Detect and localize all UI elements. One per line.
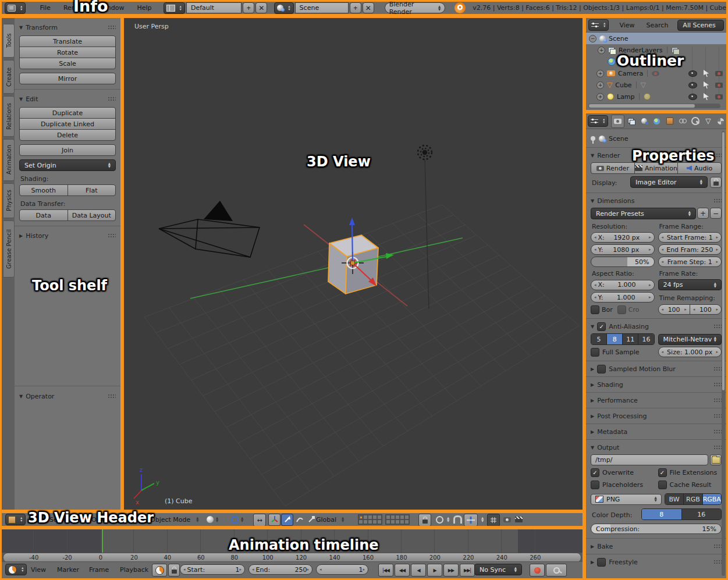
outliner-row-lamp[interactable]: + Lamp [586, 91, 726, 102]
checkbox[interactable] [617, 305, 626, 314]
render-audio-button[interactable]: Audio [677, 162, 722, 174]
depth-8[interactable]: 8 [642, 509, 682, 519]
color-depth-segment[interactable]: 8 16 [641, 508, 722, 520]
resolution-percentage-slider[interactable]: 50% [591, 257, 655, 267]
aspect-x-field[interactable]: ◂X: 1.000▸ [591, 280, 655, 290]
properties-vertical-scrollbar[interactable] [722, 131, 725, 576]
manipulator-translate-button[interactable] [281, 514, 293, 526]
tab-grease-pencil[interactable]: Grease Pencil [3, 220, 15, 277]
aa-samples-5[interactable]: 5 [591, 334, 607, 344]
panel-header-output[interactable]: ▼ Output [591, 442, 722, 453]
panel-drag-dots-icon[interactable] [713, 398, 722, 403]
layer-grid-1[interactable] [358, 514, 382, 525]
jump-to-start-button[interactable]: |◀◀ [378, 564, 393, 577]
checkbox[interactable] [591, 481, 599, 489]
output-path-field[interactable]: /tmp/ [591, 454, 708, 465]
panel-drag-dots-icon[interactable] [713, 382, 722, 387]
tab-object-data[interactable]: ▽ [702, 115, 714, 127]
screen-layout-name-field[interactable]: Default [186, 2, 242, 13]
viewport-shading-select[interactable]: ▲▼ [207, 514, 218, 525]
translate-button[interactable]: Translate [19, 35, 116, 47]
tab-scene[interactable] [638, 115, 650, 127]
file-format-select[interactable]: PNG ▲▼ [591, 494, 662, 505]
rotate-button[interactable]: Rotate [19, 47, 116, 58]
panel-header-motion-blur[interactable]: ▶ Sampled Motion Blur [591, 363, 722, 375]
remove-preset-button[interactable]: − [710, 208, 722, 219]
layer-grid-2[interactable] [385, 514, 410, 525]
resolution-x-field[interactable]: ◂X: 1920 px▸ [591, 232, 655, 243]
overwrite-checkbox[interactable]: ✓ Overwrite [591, 468, 655, 477]
panel-header-dimensions[interactable]: ▼ Dimensions [591, 195, 722, 207]
tab-render-layers[interactable] [625, 115, 637, 127]
channels-segment[interactable]: BW RGB RGBA [665, 493, 722, 505]
file-extensions-checkbox[interactable]: ✓ File Extensions [658, 468, 722, 477]
view3d-menu-add[interactable]: Add [74, 514, 86, 525]
display-lock-button[interactable] [710, 177, 722, 188]
aa-samples-11[interactable]: 11 [623, 334, 638, 344]
set-origin-select[interactable]: Set Origin ▲▼ [19, 159, 116, 171]
tab-tools[interactable]: Tools [3, 24, 15, 58]
lamp-object[interactable] [418, 145, 432, 309]
join-button[interactable]: Join [19, 144, 116, 156]
timeline-menu-frame[interactable]: Frame [89, 564, 109, 575]
duplicate-button[interactable]: Duplicate [19, 107, 116, 119]
menu-help[interactable]: Help [131, 4, 157, 12]
compression-slider[interactable]: Compression: 15% [591, 524, 722, 534]
remap-new-field[interactable]: ◂100▸ [690, 304, 722, 315]
cache-result-checkbox[interactable]: Cache Result [658, 481, 722, 489]
tab-material[interactable] [715, 115, 727, 127]
panel-header-render[interactable]: ▼ Render [591, 150, 722, 161]
manipulator-scale-button[interactable] [306, 514, 317, 525]
snap-toggle-button[interactable] [453, 514, 462, 525]
play-reverse-button[interactable]: ◀ [411, 564, 426, 577]
depth-16[interactable]: 16 [682, 509, 722, 519]
frame-rate-select[interactable]: 24 fps ▲▼ [658, 279, 722, 290]
mirror-button[interactable]: Mirror [19, 73, 116, 84]
expand-icon[interactable]: + [596, 81, 604, 89]
delete-scene-button[interactable]: ✕ [363, 2, 374, 13]
auto-keyframe-record-button[interactable] [530, 564, 545, 577]
duplicate-linked-button[interactable]: Duplicate Linked [19, 118, 116, 130]
proportional-edit-select[interactable]: ▲▼ [436, 514, 449, 525]
aa-samples-8[interactable]: 8 [607, 334, 623, 344]
channel-rgba[interactable]: RGBA [703, 494, 721, 504]
panel-header-history[interactable]: ▶ History [19, 230, 116, 241]
tab-world[interactable] [651, 115, 663, 127]
menu-window[interactable]: Window [93, 4, 130, 12]
panel-header-shading[interactable]: ▶ Shading [591, 379, 722, 390]
outliner-row-renderlayers[interactable]: + RenderLayers [586, 44, 726, 56]
pin-icon[interactable] [591, 136, 595, 141]
full-sample-checkbox[interactable]: Full Sample [591, 348, 655, 357]
add-preset-button[interactable]: + [697, 208, 709, 219]
shade-smooth-button[interactable]: Smooth [19, 184, 68, 196]
scene-name-field[interactable]: Scene [295, 2, 349, 13]
checkbox[interactable] [658, 481, 667, 489]
delete-button[interactable]: Delete [19, 129, 116, 141]
show-seconds-button[interactable] [152, 564, 167, 577]
panel-drag-dots-icon[interactable] [108, 97, 116, 101]
panel-header-performance[interactable]: ▶ Performance [591, 394, 722, 406]
channel-rgb[interactable]: RGB [684, 494, 702, 504]
current-frame-indicator[interactable] [102, 529, 103, 553]
layer-cell-active[interactable] [358, 515, 363, 519]
start-frame-field[interactable]: ◂Start: 1▸ [180, 564, 245, 575]
snap-increment-button[interactable] [487, 514, 500, 526]
scale-button[interactable]: Scale [19, 58, 116, 69]
placeholders-checkbox[interactable]: Placeholders [591, 481, 655, 489]
panel-drag-dots-icon[interactable] [713, 445, 722, 450]
view3d-menu-select[interactable]: Select [49, 514, 69, 525]
chec kbox[interactable] [591, 348, 599, 357]
render-still-button[interactable]: Render [591, 162, 635, 174]
selectability-cursor-icon[interactable] [704, 70, 709, 77]
manipulator-toggle-button[interactable]: ↔ [253, 514, 266, 526]
end-frame-field[interactable]: ◂End: 250▸ [248, 564, 312, 575]
mode-select[interactable]: Object Mode ▲▼ [139, 514, 199, 525]
timeline-editor-type-button[interactable]: ▲▼ [5, 564, 27, 575]
visibility-eye-icon[interactable] [688, 94, 697, 100]
outliner-menu-search[interactable]: Search [641, 22, 674, 29]
crop-checkbox[interactable]: Cro [617, 305, 640, 314]
screen-layout-browse-button[interactable]: ▲▼ [164, 2, 185, 14]
outliner-horizontal-scrollbar[interactable] [588, 104, 720, 108]
shade-flat-button[interactable]: Flat [68, 184, 116, 196]
resolution-y-field[interactable]: ◂Y: 1080 px▸ [591, 244, 655, 255]
